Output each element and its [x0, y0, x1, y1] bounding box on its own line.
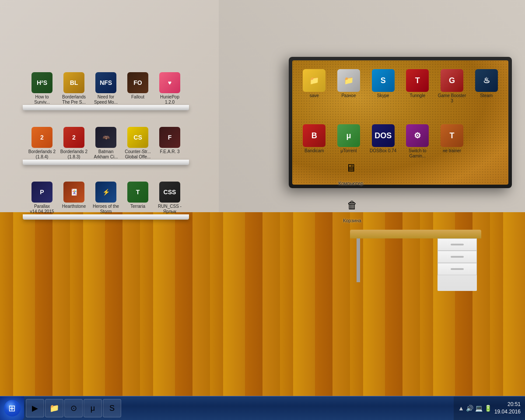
- icon-label-fallout: Fallout: [131, 94, 144, 100]
- tray-icons: ▲ 🔊 💻 🔋: [458, 405, 492, 412]
- icon-label-borderlands-pre: Borderlands The Pre S...: [59, 94, 89, 105]
- taskbar-btn-utorrent-tb[interactable]: μ: [84, 399, 102, 417]
- taskbar-btn-chrome[interactable]: ⊙: [64, 399, 83, 417]
- cork-icon-cork-gamebooster[interactable]: G Game Booster 3: [437, 69, 468, 121]
- icon-label-fear3: F.E.A.R. 3: [160, 149, 179, 154]
- icon-img-csgo: CS: [127, 127, 148, 148]
- cork-img-cork-bandicam: B: [303, 124, 326, 147]
- taskbar-btn-file-explorer[interactable]: 📁: [45, 399, 63, 417]
- cork-icon-cork-utorrent[interactable]: μ μTorrent: [333, 124, 364, 176]
- windows-icon: ⊞: [8, 403, 16, 413]
- taskbar-btn-media-player[interactable]: ▶: [26, 399, 44, 417]
- shelf-icon-how-to-survive[interactable]: H²S How to Surviv...: [27, 72, 57, 105]
- cork-icon-cork-raznoe[interactable]: 📁 Разное: [333, 69, 364, 121]
- cork-icon-cork-skype[interactable]: S Skype: [368, 69, 399, 121]
- desktop-icon-recycle[interactable]: 🗑 Корзина: [336, 195, 368, 224]
- desktop-icon-label-recycle: Корзина: [343, 217, 361, 224]
- cork-img-cork-utorrent: μ: [337, 124, 360, 147]
- cork-icon-cork-save[interactable]: 📁 save: [299, 69, 330, 121]
- shelf-icon-csgo[interactable]: CS Counter-Str... Global Offe...: [123, 127, 153, 160]
- shelf-row-3: P Parallax v14.04.2015 🃏 Hearthstone ⚡ H…: [27, 182, 185, 214]
- taskbar-btn-icon-media-player: ▶: [32, 403, 38, 413]
- taskbar-btn-icon-utorrent-tb: μ: [91, 404, 95, 413]
- shelf-icon-hearthstone[interactable]: 🃏 Hearthstone: [59, 182, 89, 214]
- cork-icon-cork-bandicam[interactable]: B Bandicam: [299, 124, 330, 176]
- shelf-icon-terraria[interactable]: T Terraria: [123, 182, 153, 214]
- system-tray: ▲ 🔊 💻 🔋 20:51 19.04.2016: [454, 396, 525, 420]
- taskbar: ⊞ ▶📁⊙μS ▲ 🔊 💻 🔋 20:51 19.04.2016: [0, 396, 525, 420]
- shelf-row-1: H²S How to Surviv... BL Borderlands The …: [27, 72, 185, 105]
- icon-label-run-css: RUN_CSS - Ярлык: [155, 204, 185, 214]
- shelf-icon-huniepop[interactable]: ♥ HuniePop 1.2.0: [155, 72, 185, 105]
- icon-label-how-to-survive: How to Surviv...: [27, 94, 57, 105]
- cork-label-cork-trainer: не trainer: [443, 148, 461, 154]
- cork-label-cork-raznoe: Разное: [341, 93, 356, 98]
- cork-icon-cork-trainer[interactable]: T не trainer: [437, 124, 468, 176]
- icon-label-parallax: Parallax v14.04.2015: [27, 204, 57, 214]
- cork-img-cork-skype: S: [372, 69, 395, 92]
- icon-img-terraria: T: [127, 182, 148, 203]
- icon-label-borderlands2-184: Borderlands 2 (1.8.4): [27, 149, 57, 160]
- cork-icon-cork-dosbox[interactable]: DOS DOSBox 0.74: [368, 124, 399, 176]
- cork-icon-cork-switchtogaming[interactable]: ⚙ Switch to Gamin...: [402, 124, 433, 176]
- cork-img-cork-save: 📁: [303, 69, 326, 92]
- icon-img-borderlands2-184: 2: [32, 127, 52, 148]
- clock[interactable]: 20:51 19.04.2016: [494, 401, 521, 416]
- shelf-icon-borderlands2-184[interactable]: 2 Borderlands 2 (1.8.4): [27, 127, 57, 160]
- cork-label-cork-gamebooster: Game Booster 3: [437, 93, 468, 104]
- corkboard: 📁 save 📁 Разное S Skype T Tunngle G Game…: [292, 60, 508, 185]
- icon-img-how-to-survive: H²S: [32, 72, 52, 93]
- shelf-icon-batman[interactable]: 🦇 Batman Arkham Ci...: [91, 127, 121, 160]
- shelf-icon-parallax[interactable]: P Parallax v14.04.2015: [27, 182, 57, 214]
- cork-icon-cork-tunngle[interactable]: T Tunngle: [402, 69, 433, 121]
- clock-date: 19.04.2016: [494, 408, 521, 416]
- cork-img-cork-steam: ♨: [475, 69, 498, 92]
- cork-label-cork-switchtogaming: Switch to Gamin...: [402, 148, 433, 159]
- cork-img-cork-trainer: T: [441, 124, 463, 147]
- tray-network[interactable]: 💻: [475, 405, 483, 412]
- shelves-container: H²S How to Surviv... BL Borderlands The …: [27, 72, 185, 236]
- desktop: H²S How to Surviv... BL Borderlands The …: [0, 0, 525, 396]
- cabinet-drawer-1: [438, 238, 477, 251]
- cork-label-cork-utorrent: μTorrent: [341, 148, 357, 154]
- cork-label-cork-save: save: [310, 93, 319, 98]
- tray-expand[interactable]: ▲: [458, 405, 464, 412]
- icon-img-need-for-speed: NFS: [95, 72, 116, 93]
- shelf-icon-borderlands-pre[interactable]: BL Borderlands The Pre S...: [59, 72, 89, 105]
- taskbar-btn-icon-chrome: ⊙: [70, 403, 77, 413]
- cabinet-drawer-3: [438, 263, 477, 275]
- start-button[interactable]: ⊞: [0, 396, 24, 420]
- desk: [350, 230, 481, 317]
- icon-label-csgo: Counter-Str... Global Offe...: [123, 149, 153, 160]
- taskbar-btn-skype-tb[interactable]: S: [103, 399, 121, 417]
- taskbar-items: ▶📁⊙μS: [24, 399, 454, 417]
- shelf-icon-fear3[interactable]: F F.E.A.R. 3: [155, 127, 185, 160]
- cork-label-cork-skype: Skype: [377, 93, 389, 98]
- icon-label-borderlands2-183: Borderlands 2 (1.8.3): [59, 149, 89, 160]
- icon-img-hearthstone: 🃏: [63, 182, 84, 203]
- tray-battery[interactable]: 🔋: [484, 405, 492, 412]
- clock-time: 20:51: [494, 401, 521, 408]
- icon-label-hearthstone: Hearthstone: [62, 204, 86, 209]
- start-orb: ⊞: [4, 400, 21, 416]
- cork-icon-cork-steam[interactable]: ♨ Steam: [471, 69, 502, 121]
- shelf-icon-borderlands2-183[interactable]: 2 Borderlands 2 (1.8.3): [59, 127, 89, 160]
- desktop-icon-label-computer: Компьютер: [339, 180, 364, 186]
- shelf-icon-need-for-speed[interactable]: NFS Need for Speed Mo...: [91, 72, 121, 105]
- icon-img-borderlands-pre: BL: [63, 72, 84, 93]
- shelf-icon-run-css[interactable]: CSS RUN_CSS - Ярлык: [155, 182, 185, 214]
- taskbar-btn-icon-skype-tb: S: [109, 404, 115, 413]
- icon-img-parallax: P: [32, 182, 52, 203]
- tray-speaker[interactable]: 🔊: [466, 405, 473, 412]
- icon-img-fallout: FO: [127, 72, 148, 93]
- desk-surface: [350, 230, 481, 238]
- cork-img-cork-switchtogaming: ⚙: [406, 124, 429, 147]
- shelf-icon-fallout[interactable]: FO Fallout: [123, 72, 153, 105]
- shelf-icon-heroes[interactable]: ⚡ Heroes of the Storm: [91, 182, 121, 214]
- icon-label-terraria: Terraria: [130, 204, 145, 209]
- icon-img-batman: 🦇: [95, 127, 116, 148]
- desk-leg-left: [357, 238, 360, 282]
- cork-label-cork-tunngle: Tunngle: [410, 93, 425, 98]
- icon-label-need-for-speed: Need for Speed Mo...: [91, 94, 121, 105]
- icon-label-huniepop: HuniePop 1.2.0: [155, 94, 185, 105]
